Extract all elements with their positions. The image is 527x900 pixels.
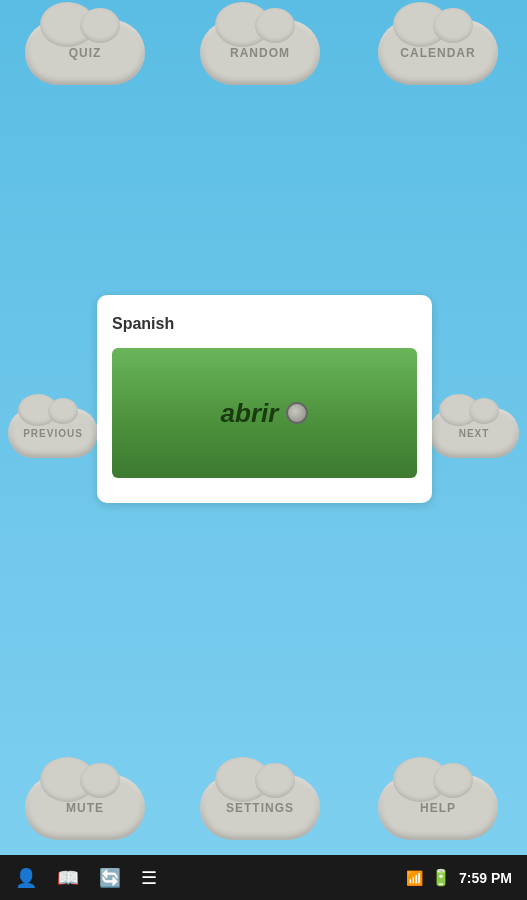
- word-display[interactable]: abrir: [112, 348, 417, 478]
- calendar-button[interactable]: CALENDAR: [378, 20, 498, 85]
- next-label: NEXT: [459, 428, 490, 439]
- status-right-icons: 📶 🔋 7:59 PM: [406, 868, 512, 887]
- help-button[interactable]: HELP: [378, 775, 498, 840]
- mute-label: MUTE: [66, 801, 104, 815]
- book-icon: 📖: [57, 867, 79, 889]
- person-icon: 👤: [15, 867, 37, 889]
- mute-button[interactable]: MUTE: [25, 775, 145, 840]
- random-label: RANDOM: [230, 46, 290, 60]
- menu-icon: ☰: [141, 867, 157, 889]
- battery-icon: 🔋: [431, 868, 451, 887]
- next-button[interactable]: NEXT: [429, 408, 519, 458]
- audio-button[interactable]: [286, 402, 308, 424]
- quiz-label: QUIZ: [69, 46, 102, 60]
- status-left-icons: 👤 📖 🔄 ☰: [15, 867, 157, 889]
- settings-label: SETTINGS: [226, 801, 294, 815]
- flashcard: Spanish abrir: [97, 295, 432, 503]
- calendar-label: CALENDAR: [400, 46, 475, 60]
- help-label: HELP: [420, 801, 456, 815]
- refresh-icon: 🔄: [99, 867, 121, 889]
- previous-label: PREVIOUS: [23, 428, 83, 439]
- word-text: abrir: [221, 398, 279, 429]
- language-label: Spanish: [112, 315, 417, 333]
- time-display: 7:59 PM: [459, 870, 512, 886]
- previous-button[interactable]: PREVIOUS: [8, 408, 98, 458]
- status-bar: 👤 📖 🔄 ☰ 📶 🔋 7:59 PM: [0, 855, 527, 900]
- settings-button[interactable]: SETTINGS: [200, 775, 320, 840]
- random-button[interactable]: RANDOM: [200, 20, 320, 85]
- wifi-icon: 📶: [406, 870, 423, 886]
- quiz-button[interactable]: QUIZ: [25, 20, 145, 85]
